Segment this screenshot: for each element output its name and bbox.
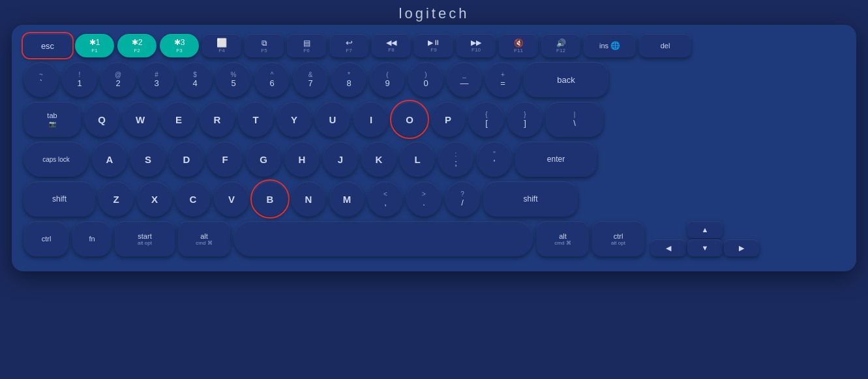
key-b[interactable]: B [252,181,288,217]
key-alt-left[interactable]: alt cmd ⌘ [178,221,230,256]
top-alpha-row: tab 📷 Q W E R T Y U I O P { [ } ] | \ [23,102,845,137]
key-f2[interactable]: ✱2 F2 [117,34,157,57]
key-g[interactable]: G [246,142,281,177]
key-a[interactable]: A [92,142,127,177]
key-f7[interactable]: ↩ F7 [329,34,368,57]
key-ctrl-right[interactable]: ctrl alt opt [592,221,644,256]
key-f12[interactable]: 🔊 F12 [541,34,580,57]
key-9[interactable]: ( 9 [370,62,405,97]
key-quote[interactable]: " ' [477,142,512,177]
key-4[interactable]: $ 4 [177,62,213,97]
key-del[interactable]: del [639,34,691,57]
key-backslash[interactable]: | \ [546,102,603,137]
key-l[interactable]: L [400,142,435,177]
key-shift-left[interactable]: shift [23,181,95,217]
key-5[interactable]: % 5 [216,62,251,97]
bot-alpha-row: shift Z X C V B N M < , > . ? / shift [23,181,845,217]
camera-icon: 📷 [49,121,56,127]
arrow-cluster: ▲ ◀ ▼ ▶ [651,221,759,256]
key-f[interactable]: F [207,142,243,177]
key-f5[interactable]: ⧉ F5 [245,34,284,57]
key-w[interactable]: W [123,102,158,137]
key-caps-lock[interactable]: caps lock [23,142,89,177]
key-r[interactable]: R [200,102,235,137]
key-6[interactable]: ^ 6 [254,62,290,97]
key-u[interactable]: U [315,102,350,137]
key-x[interactable]: X [137,181,172,217]
key-d[interactable]: D [169,142,204,177]
key-s[interactable]: S [130,142,166,177]
key-shift-right[interactable]: shift [483,181,578,217]
brand-bar: logitech [0,0,868,25]
num-row: ~ ` ! 1 @ 2 # 3 $ 4 % 5 ^ 6 & 7 [23,62,845,97]
key-k[interactable]: K [361,142,397,177]
fn-label-f3: F3 [176,48,182,53]
key-arrow-up[interactable]: ▲ [687,221,723,238]
key-alt-right[interactable]: alt cmd ⌘ [537,221,589,256]
fn-label-f1: F1 [91,48,97,53]
key-f6[interactable]: ▤ F6 [287,34,326,57]
key-7[interactable]: & 7 [293,62,328,97]
brand-logo: logitech [399,5,470,22]
key-t[interactable]: T [238,102,273,137]
key-v[interactable]: V [214,181,249,217]
key-h[interactable]: H [284,142,320,177]
key-y[interactable]: Y [277,102,312,137]
key-period[interactable]: > . [406,181,441,217]
key-esc[interactable]: esc [23,34,72,57]
key-fn[interactable]: fn [72,221,112,256]
key-space[interactable] [233,221,533,256]
key-comma[interactable]: < , [368,181,403,217]
bt-icon: ✱2 [132,38,143,47]
key-equals[interactable]: + = [485,62,520,97]
bottom-row: ctrl fn start alt opt alt cmd ⌘ alt cmd … [23,221,845,256]
key-tab[interactable]: tab 📷 [23,102,81,137]
key-3[interactable]: # 3 [139,62,174,97]
key-close-bracket[interactable]: } ] [507,102,543,137]
key-n[interactable]: N [291,181,326,217]
key-arrow-left[interactable]: ◀ [651,239,686,256]
key-backspace[interactable]: back [524,62,608,97]
key-tilde[interactable]: ~ ` [23,62,59,97]
fn-label-f2: F2 [134,48,140,53]
key-2[interactable]: @ 2 [100,62,136,97]
key-ins[interactable]: ins 🌐 [584,34,636,57]
key-e[interactable]: E [161,102,196,137]
key-minus[interactable]: _ — [447,62,482,97]
key-m[interactable]: M [329,181,365,217]
bt-icon: ✱3 [174,38,185,47]
key-c[interactable]: C [175,181,211,217]
key-j[interactable]: J [323,142,358,177]
key-start[interactable]: start alt opt [115,221,175,256]
key-f9[interactable]: ▶⏸ F9 [414,34,453,57]
key-f1[interactable]: ✱1 F1 [75,34,114,57]
key-0[interactable]: ) 0 [408,62,443,97]
key-i[interactable]: I [353,102,389,137]
fn-row: esc ✱1 F1 ✱2 F2 ✱3 F3 ⬜ F4 ⧉ F5 ▤ F6 ↩ F… [23,34,845,57]
key-arrow-down[interactable]: ▼ [687,239,723,256]
key-z[interactable]: Z [98,181,134,217]
key-1[interactable]: ! 1 [62,62,97,97]
key-q[interactable]: Q [84,102,119,137]
key-enter[interactable]: enter [515,142,597,177]
key-f3[interactable]: ✱3 F3 [160,34,199,57]
key-f10[interactable]: ▶▶ F10 [456,34,496,57]
mid-alpha-row: caps lock A S D F G H J K L : ; " ' ente… [23,142,845,177]
key-f4[interactable]: ⬜ F4 [202,34,241,57]
key-o[interactable]: O [392,102,427,137]
key-8[interactable]: * 8 [331,62,367,97]
key-p[interactable]: P [430,102,466,137]
keyboard-container: esc ✱1 F1 ✱2 F2 ✱3 F3 ⬜ F4 ⧉ F5 ▤ F6 ↩ F… [12,25,856,271]
key-slash[interactable]: ? / [445,181,480,217]
key-f11[interactable]: 🔇 F11 [499,34,538,57]
key-semicolon[interactable]: : ; [438,142,473,177]
key-ctrl-left[interactable]: ctrl [23,221,69,256]
key-open-bracket[interactable]: { [ [469,102,504,137]
key-f8[interactable]: ◀◀ F8 [372,34,411,57]
key-arrow-right[interactable]: ▶ [724,239,759,256]
bt-icon: ✱1 [89,38,100,47]
